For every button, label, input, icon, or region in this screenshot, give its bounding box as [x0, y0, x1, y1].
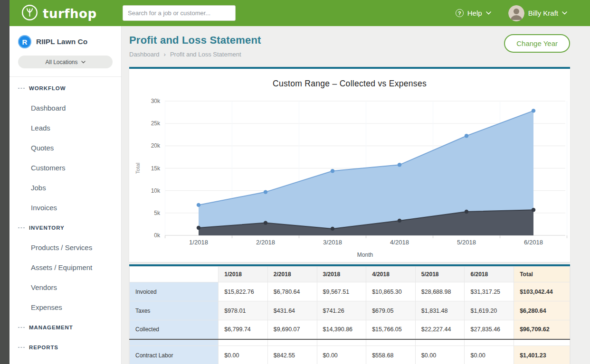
chart-title: Custom Range – Collected vs Expenses: [129, 69, 570, 89]
company-name: RIIPL Lawn Co: [36, 37, 87, 46]
nav-section-label: REPORTS: [29, 345, 58, 350]
locations-label: All Locations: [45, 59, 77, 65]
sidebar-item-leads[interactable]: Leads: [10, 118, 121, 138]
chevron-down-icon: [486, 11, 491, 15]
sidebar-nav: WORKFLOWDashboardLeadsQuotesCustomersJob…: [10, 77, 121, 364]
table-corner-cell: [130, 267, 219, 282]
value-cell: $0.00: [219, 346, 268, 364]
svg-text:5/2018: 5/2018: [457, 239, 476, 246]
svg-text:1/2018: 1/2018: [189, 239, 208, 246]
value-cell: $558.68: [366, 346, 416, 364]
value-cell: $431.64: [267, 301, 317, 320]
value-cell: $15,822.76: [219, 282, 268, 301]
sidebar-item-jobs[interactable]: Jobs: [10, 178, 121, 198]
total-cell: $96,709.62: [514, 320, 570, 339]
breadcrumb-current: Profit and Loss Statement: [170, 51, 241, 58]
column-header: 4/2018: [366, 267, 416, 282]
svg-text:25k: 25k: [151, 120, 161, 127]
total-cell: $6,280.64: [514, 301, 570, 320]
brand-name: turfhop: [43, 7, 97, 21]
svg-text:Month: Month: [357, 252, 373, 258]
page-title: Profit and Loss Statement: [129, 34, 261, 47]
sidebar-item-assets-equipment[interactable]: Assets / Equipment: [10, 258, 121, 278]
table-row-collected: Collected$6,799.74$9,690.07$14,390.86$15…: [130, 320, 570, 339]
column-header: 1/2018: [219, 267, 268, 282]
tree-dash-icon: [18, 327, 25, 328]
svg-text:2/2018: 2/2018: [256, 239, 275, 246]
tree-dash-icon: [18, 227, 25, 229]
user-menu[interactable]: Billy Kraft: [508, 5, 567, 21]
value-cell: $0.00: [317, 346, 366, 364]
turfhop-logo-icon: [21, 4, 38, 23]
row-label: Taxes: [130, 301, 219, 320]
locations-dropdown[interactable]: All Locations: [18, 56, 113, 68]
change-year-button[interactable]: Change Year: [504, 34, 570, 53]
company-logo-icon: R: [18, 35, 31, 48]
value-cell: $14,390.86: [317, 320, 366, 339]
value-cell: $679.05: [366, 301, 416, 320]
svg-text:30k: 30k: [151, 98, 161, 104]
company-header[interactable]: R RIIPL Lawn Co: [10, 26, 121, 48]
nav-section-workflow[interactable]: WORKFLOW: [10, 78, 121, 98]
sidebar-item-products-services[interactable]: Products / Services: [10, 238, 121, 258]
sidebar-item-customers[interactable]: Customers: [10, 158, 121, 178]
table-card: 1/20182/20183/20184/20185/20186/2018Tota…: [129, 264, 570, 364]
svg-text:5k: 5k: [154, 210, 161, 216]
nav-section-reports[interactable]: REPORTS: [10, 337, 121, 357]
page-header: Profit and Loss Statement Dashboard › Pr…: [129, 34, 570, 58]
sidebar-item-expenses[interactable]: Expenses: [10, 298, 121, 317]
chevron-down-icon: [81, 61, 86, 64]
chevron-down-icon: [562, 11, 567, 15]
nav-section-label: INVENTORY: [29, 225, 65, 231]
pl-area-chart[interactable]: 0k5k10k15k20k25k30k1/20182/20183/20184/2…: [129, 92, 570, 262]
window-edge: [0, 0, 10, 364]
sidebar: R RIIPL Lawn Co All Locations WORKFLOWDa…: [10, 26, 122, 364]
value-cell: $0.00: [415, 346, 465, 364]
user-name: Billy Kraft: [528, 9, 558, 17]
sidebar-item-vendors[interactable]: Vendors: [10, 278, 121, 298]
brand[interactable]: turfhop: [21, 4, 97, 23]
row-label: Collected: [130, 320, 219, 339]
value-cell: $6,780.64: [267, 282, 317, 301]
column-header-total: Total: [514, 267, 570, 282]
search-input[interactable]: [123, 5, 236, 21]
svg-text:3/2018: 3/2018: [323, 239, 342, 246]
table-row-invoiced: Invoiced$15,822.76$6,780.64$9,567.51$10,…: [130, 282, 570, 301]
nav-section-inventory[interactable]: INVENTORY: [10, 218, 121, 238]
topbar: turfhop ? Help Billy Kraft: [10, 0, 590, 26]
value-cell: $1,831.48: [415, 301, 465, 320]
table-row-taxes: Taxes$978.01$431.64$741.26$679.05$1,831.…: [130, 301, 570, 320]
column-header: 3/2018: [317, 267, 366, 282]
value-cell: $22,227.44: [415, 320, 465, 339]
row-label: Contract Labor: [130, 346, 219, 364]
main-content: Profit and Loss Statement Dashboard › Pr…: [122, 26, 590, 364]
value-cell: $0.00: [465, 346, 514, 364]
svg-text:0k: 0k: [154, 232, 161, 239]
column-header: 5/2018: [415, 267, 465, 282]
tree-dash-icon: [18, 346, 25, 348]
svg-text:15k: 15k: [151, 165, 161, 172]
svg-text:6/2018: 6/2018: [524, 239, 543, 246]
svg-text:20k: 20k: [151, 142, 161, 149]
value-cell: $15,766.05: [366, 320, 416, 339]
breadcrumb: Dashboard › Profit and Loss Statement: [129, 51, 261, 58]
pl-table: 1/20182/20183/20184/20185/20186/2018Tota…: [129, 266, 570, 364]
column-header: 2/2018: [267, 267, 317, 282]
value-cell: $28,688.98: [415, 282, 465, 301]
value-cell: $978.01: [219, 301, 268, 320]
help-menu[interactable]: ? Help: [456, 9, 491, 17]
nav-section-label: WORKFLOW: [29, 85, 66, 91]
breadcrumb-dashboard[interactable]: Dashboard: [129, 51, 160, 58]
nav-section-management[interactable]: MANAGEMENT: [10, 317, 121, 337]
sidebar-item-quotes[interactable]: Quotes: [10, 138, 121, 158]
avatar: [508, 5, 524, 21]
sidebar-item-invoices[interactable]: Invoices: [10, 198, 121, 218]
svg-text:10k: 10k: [151, 187, 161, 194]
nav-section-super-admin[interactable]: SUPER ADMIN: [10, 357, 121, 364]
total-cell: $103,042.44: [514, 282, 570, 301]
chart-card: Custom Range – Collected vs Expenses 0k5…: [129, 67, 570, 262]
nav-section-label: MANAGEMENT: [29, 325, 73, 330]
value-cell: $1,619.20: [465, 301, 514, 320]
sidebar-item-dashboard[interactable]: Dashboard: [10, 98, 121, 118]
help-icon: ?: [456, 9, 464, 17]
